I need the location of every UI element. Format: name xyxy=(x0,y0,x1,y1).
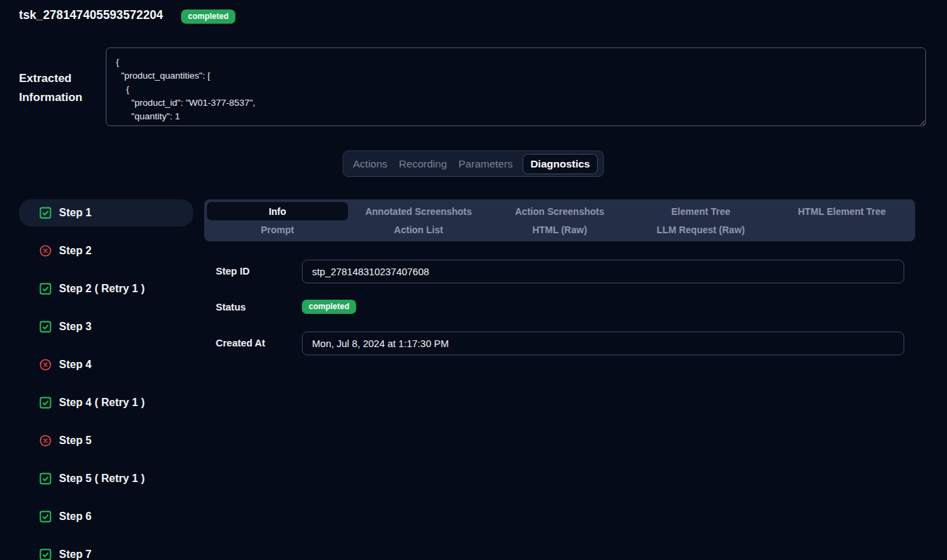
diagnostics-page: tsk_278147405593572204 completed Extract… xyxy=(0,0,947,560)
steps-sidebar: Step 1 Step 2 Step 2 ( Retry 1 ) Step 3 xyxy=(19,199,193,560)
diagnostics-tab-bar: Info Annotated Screenshots Action Screen… xyxy=(204,199,915,241)
step-label: Step 5 xyxy=(59,435,92,447)
step-id-label: Step ID xyxy=(216,266,250,277)
x-circle-icon xyxy=(39,244,52,258)
sidebar-step-4[interactable]: Step 4 xyxy=(19,351,193,378)
extracted-information-textarea[interactable]: { "product_quantities": [ { "product_id"… xyxy=(106,47,926,126)
x-circle-icon xyxy=(39,358,52,372)
step-label: Step 1 xyxy=(59,207,92,219)
diag-tab-empty-cell xyxy=(771,220,912,239)
diag-tab-annotated-screenshots[interactable]: Annotated Screenshots xyxy=(348,202,489,220)
sidebar-step-3[interactable]: Step 3 xyxy=(19,313,193,340)
check-square-icon xyxy=(39,282,52,296)
check-square-icon xyxy=(39,548,52,560)
diag-tab-action-screenshots[interactable]: Action Screenshots xyxy=(489,202,630,220)
check-square-icon xyxy=(39,510,52,523)
diag-tab-llm-request-raw[interactable]: LLM Request (Raw) xyxy=(630,220,771,239)
x-circle-icon xyxy=(39,434,52,447)
diag-tab-element-tree[interactable]: Element Tree xyxy=(630,202,771,220)
check-square-icon xyxy=(39,396,52,409)
sidebar-step-4-retry-1[interactable]: Step 4 ( Retry 1 ) xyxy=(19,389,193,416)
step-label: Step 3 xyxy=(59,321,92,333)
sidebar-step-1[interactable]: Step 1 xyxy=(19,199,193,226)
diag-tab-html-element-tree[interactable]: HTML Element Tree xyxy=(771,202,912,220)
created-at-label: Created At xyxy=(216,338,265,348)
step-label: Step 4 ( Retry 1 ) xyxy=(59,397,144,409)
extracted-information-label: Extracted Information xyxy=(19,69,100,107)
step-label: Step 2 ( Retry 1 ) xyxy=(59,283,144,295)
diag-tab-info[interactable]: Info xyxy=(207,202,348,220)
sidebar-step-2-retry-1[interactable]: Step 2 ( Retry 1 ) xyxy=(19,275,193,302)
tab-parameters[interactable]: Parameters xyxy=(455,155,517,173)
step-label: Step 5 ( Retry 1 ) xyxy=(59,473,144,485)
main-tab-bar: Actions Recording Parameters Diagnostics xyxy=(343,151,604,177)
step-label: Step 4 xyxy=(59,359,92,371)
sidebar-step-2[interactable]: Step 2 xyxy=(19,237,193,264)
task-id-title: tsk_278147405593572204 xyxy=(19,8,163,22)
check-square-icon xyxy=(39,472,52,485)
diag-tab-action-list[interactable]: Action List xyxy=(348,220,489,239)
step-status-badge: completed xyxy=(302,300,356,314)
sidebar-step-5-retry-1[interactable]: Step 5 ( Retry 1 ) xyxy=(19,465,193,492)
tab-recording[interactable]: Recording xyxy=(395,155,451,173)
tab-diagnostics[interactable]: Diagnostics xyxy=(522,154,598,174)
step-id-input[interactable] xyxy=(302,260,904,283)
tab-actions[interactable]: Actions xyxy=(349,155,391,173)
step-label: Step 2 xyxy=(59,245,92,257)
step-label: Step 6 xyxy=(59,511,92,523)
status-label: Status xyxy=(216,302,246,313)
diag-tab-html-raw[interactable]: HTML (Raw) xyxy=(489,220,630,239)
step-label: Step 7 xyxy=(59,548,92,560)
created-at-input[interactable] xyxy=(302,332,904,355)
sidebar-step-6[interactable]: Step 6 xyxy=(19,503,193,530)
sidebar-step-5[interactable]: Step 5 xyxy=(19,427,193,454)
task-status-badge: completed xyxy=(181,9,235,24)
sidebar-step-7[interactable]: Step 7 xyxy=(19,541,193,560)
check-square-icon xyxy=(39,320,52,334)
check-square-icon xyxy=(39,206,52,220)
diag-tab-prompt[interactable]: Prompt xyxy=(207,220,348,239)
